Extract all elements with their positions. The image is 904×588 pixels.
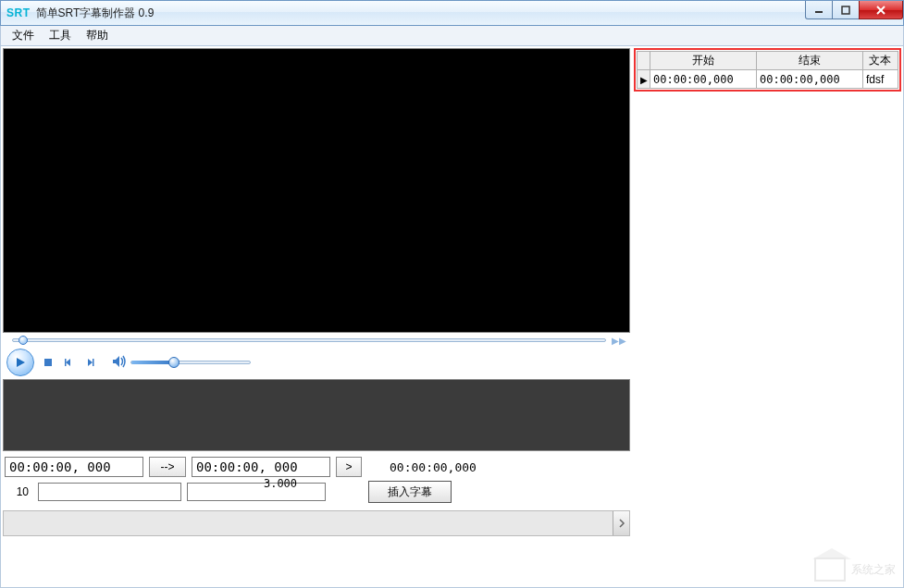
play-button[interactable] bbox=[6, 349, 34, 376]
svg-rect-7 bbox=[65, 359, 67, 366]
scroll-right-button[interactable] bbox=[613, 511, 629, 535]
close-button[interactable] bbox=[859, 1, 903, 19]
subtitle-table[interactable]: 开始 结束 文本 ▶ 00:00:00,000 00:00:00,000 fds… bbox=[637, 51, 898, 89]
window-controls bbox=[806, 1, 903, 19]
stop-button[interactable] bbox=[40, 354, 56, 371]
svg-rect-1 bbox=[842, 6, 849, 14]
volume-track[interactable] bbox=[130, 361, 251, 364]
col-end[interactable]: 结束 bbox=[756, 52, 862, 70]
bottom-scroll-bar[interactable] bbox=[3, 510, 630, 536]
col-text[interactable]: 文本 bbox=[862, 52, 898, 70]
cell-start[interactable]: 00:00:00,000 bbox=[650, 70, 757, 89]
video-preview[interactable] bbox=[3, 48, 630, 333]
svg-marker-10 bbox=[113, 356, 119, 367]
cell-text[interactable]: fdsf bbox=[862, 70, 898, 89]
advance-button[interactable]: > bbox=[336, 457, 362, 477]
volume-control bbox=[112, 355, 251, 371]
seek-track[interactable] bbox=[12, 338, 606, 342]
cell-end[interactable]: 00:00:00,000 bbox=[756, 70, 862, 89]
insert-row: 10 插入字幕 bbox=[3, 479, 630, 505]
window-title: 简单SRT字幕制作器 0.9 bbox=[36, 6, 155, 21]
col-start[interactable]: 开始 bbox=[650, 52, 757, 70]
prev-button[interactable] bbox=[62, 354, 79, 371]
svg-marker-4 bbox=[17, 358, 25, 367]
left-pane: ▶▶ bbox=[1, 46, 632, 587]
menu-help[interactable]: 帮助 bbox=[79, 26, 116, 45]
volume-icon[interactable] bbox=[112, 355, 127, 371]
titlebar: SRT 简单SRT字幕制作器 0.9 bbox=[0, 0, 904, 26]
left-number-label: 10 bbox=[5, 485, 32, 498]
row-indicator-icon: ▶ bbox=[638, 70, 650, 89]
arrow-button[interactable]: --> bbox=[149, 457, 186, 477]
svg-rect-5 bbox=[44, 359, 52, 366]
right-pane: 开始 结束 文本 ▶ 00:00:00,000 00:00:00,000 fds… bbox=[632, 46, 903, 587]
seek-thumb[interactable] bbox=[19, 336, 28, 345]
watermark-text: 系统之家 bbox=[851, 562, 896, 578]
maximize-button[interactable] bbox=[832, 1, 860, 19]
svg-marker-8 bbox=[88, 359, 93, 366]
range-value-label: 3.000 bbox=[253, 477, 308, 490]
insert-subtitle-button[interactable]: 插入字幕 bbox=[368, 481, 452, 503]
watermark-house-icon bbox=[814, 557, 846, 582]
volume-thumb[interactable] bbox=[168, 357, 180, 368]
workarea: ▶▶ bbox=[0, 46, 904, 588]
end-time-input[interactable] bbox=[192, 457, 330, 477]
range-left-input[interactable] bbox=[38, 483, 181, 501]
svg-marker-6 bbox=[66, 359, 70, 366]
seek-end-icon[interactable]: ▶▶ bbox=[612, 336, 626, 346]
menubar: 文件 工具 帮助 bbox=[0, 26, 904, 46]
start-time-input[interactable] bbox=[5, 457, 143, 477]
table-row[interactable]: ▶ 00:00:00,000 00:00:00,000 fdsf bbox=[638, 70, 898, 89]
next-button[interactable] bbox=[84, 354, 101, 371]
minimize-button[interactable] bbox=[805, 1, 833, 19]
waveform-panel[interactable] bbox=[3, 379, 630, 451]
app-icon: SRT bbox=[6, 6, 31, 19]
watermark: 系统之家 bbox=[814, 557, 896, 582]
svg-rect-9 bbox=[93, 359, 94, 366]
table-corner bbox=[638, 52, 650, 70]
menu-tools[interactable]: 工具 bbox=[42, 26, 79, 45]
menu-file[interactable]: 文件 bbox=[5, 26, 42, 45]
current-time-label: 00:00:00,000 bbox=[390, 460, 477, 474]
player-controls bbox=[3, 348, 630, 377]
seek-bar-row: ▶▶ bbox=[3, 333, 630, 348]
timestamp-row: --> > 00:00:00,000 bbox=[3, 451, 630, 479]
subtitle-table-highlight: 开始 结束 文本 ▶ 00:00:00,000 00:00:00,000 fds… bbox=[634, 48, 901, 92]
